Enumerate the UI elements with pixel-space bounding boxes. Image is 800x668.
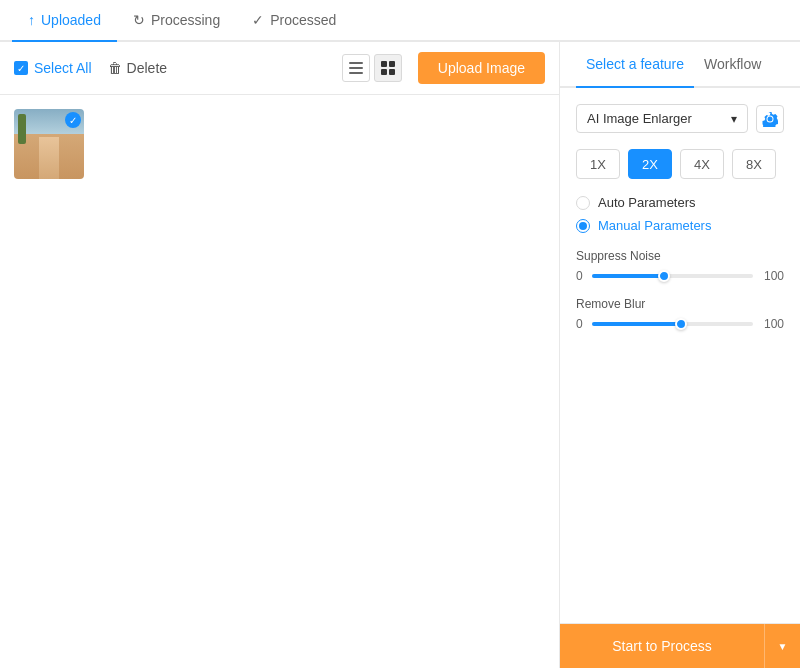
remove-blur-slider-group: Remove Blur 0 100 — [576, 297, 784, 331]
suppress-noise-thumb[interactable] — [658, 270, 670, 282]
remove-blur-slider-row: 0 100 — [576, 317, 784, 331]
process-button-row: Start to Process — [560, 624, 800, 668]
tab-workflow[interactable]: Workflow — [694, 42, 771, 88]
delete-button[interactable]: 🗑 Delete — [108, 60, 167, 76]
processed-icon: ✓ — [252, 12, 264, 28]
bottom-bar: Start to Process — [560, 623, 800, 668]
main-content: ✓ Select All 🗑 Delete — [0, 42, 800, 668]
remove-blur-track[interactable] — [592, 322, 753, 326]
auto-parameters-radio[interactable]: Auto Parameters — [576, 195, 784, 210]
right-tabs: Select a feature Workflow — [560, 42, 800, 88]
tab-uploaded[interactable]: ↑ Uploaded — [12, 0, 117, 42]
parameters-radio-group: Auto Parameters Manual Parameters — [576, 195, 784, 233]
processing-icon: ↻ — [133, 12, 145, 28]
grid-view-button[interactable] — [374, 54, 402, 82]
palm-layer — [18, 114, 26, 144]
select-all-checkbox[interactable]: ✓ — [14, 61, 28, 75]
list-icon — [349, 61, 363, 75]
select-all-button[interactable]: ✓ Select All — [14, 60, 92, 76]
feature-select[interactable]: AI Image Enlarger — [576, 104, 748, 133]
toolbar: ✓ Select All 🗑 Delete — [0, 42, 559, 95]
svg-rect-5 — [381, 69, 387, 75]
suppress-noise-slider-row: 0 100 — [576, 269, 784, 283]
right-panel: Select a feature Workflow AI Image Enlar… — [560, 42, 800, 668]
remove-blur-fill — [592, 322, 681, 326]
path-layer — [39, 137, 59, 179]
svg-rect-0 — [349, 62, 363, 64]
feature-dropdown-row: AI Image Enlarger — [576, 104, 784, 133]
upload-icon: ↑ — [28, 12, 35, 28]
svg-rect-1 — [349, 67, 363, 69]
suppress-noise-min: 0 — [576, 269, 586, 283]
suppress-noise-fill — [592, 274, 664, 278]
start-process-button[interactable]: Start to Process — [560, 624, 764, 668]
svg-rect-4 — [389, 61, 395, 67]
scale-1x-button[interactable]: 1X — [576, 149, 620, 179]
auto-radio-button[interactable] — [576, 196, 590, 210]
process-dropdown-button[interactable] — [764, 624, 800, 668]
manual-parameters-radio[interactable]: Manual Parameters — [576, 218, 784, 233]
suppress-noise-label: Suppress Noise — [576, 249, 784, 263]
scale-4x-button[interactable]: 4X — [680, 149, 724, 179]
right-content: AI Image Enlarger 1X 2X — [560, 88, 800, 623]
remove-blur-label: Remove Blur — [576, 297, 784, 311]
remove-blur-min: 0 — [576, 317, 586, 331]
upload-image-button[interactable]: Upload Image — [418, 52, 545, 84]
chevron-down-icon — [731, 111, 737, 126]
trash-icon: 🗑 — [108, 60, 122, 76]
list-item[interactable]: ✓ — [14, 109, 84, 179]
suppress-noise-max: 100 — [759, 269, 784, 283]
scale-8x-button[interactable]: 8X — [732, 149, 776, 179]
tab-processed[interactable]: ✓ Processed — [236, 0, 352, 42]
view-toggle — [342, 54, 402, 82]
left-panel: ✓ Select All 🗑 Delete — [0, 42, 560, 668]
settings-icon[interactable] — [756, 105, 784, 133]
suppress-noise-track[interactable] — [592, 274, 753, 278]
chevron-down-icon — [778, 639, 788, 653]
tab-select-feature[interactable]: Select a feature — [576, 42, 694, 88]
grid-icon — [381, 61, 395, 75]
svg-rect-2 — [349, 72, 363, 74]
svg-rect-3 — [381, 61, 387, 67]
suppress-noise-slider-group: Suppress Noise 0 100 — [576, 249, 784, 283]
radio-selected-dot — [579, 222, 587, 230]
scale-2x-button[interactable]: 2X — [628, 149, 672, 179]
manual-radio-button[interactable] — [576, 219, 590, 233]
image-selected-indicator: ✓ — [65, 112, 81, 128]
image-grid: ✓ — [0, 95, 559, 668]
remove-blur-thumb[interactable] — [675, 318, 687, 330]
remove-blur-max: 100 — [759, 317, 784, 331]
top-tabs: ↑ Uploaded ↻ Processing ✓ Processed — [0, 0, 800, 42]
scale-buttons: 1X 2X 4X 8X — [576, 149, 784, 179]
svg-rect-6 — [389, 69, 395, 75]
tab-processing[interactable]: ↻ Processing — [117, 0, 236, 42]
list-view-button[interactable] — [342, 54, 370, 82]
